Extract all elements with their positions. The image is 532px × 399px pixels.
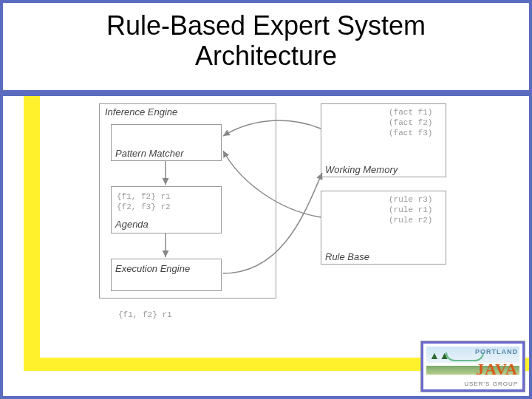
title-line-1: Rule-Based Expert System <box>106 10 426 41</box>
execution-content: {f1, f2} r1 <box>118 310 172 321</box>
title-line-2: Architecture <box>195 41 337 71</box>
agenda-label: Agenda <box>115 219 149 230</box>
title-divider <box>3 90 529 96</box>
title-bar: Rule-Based Expert System Architecture <box>3 3 529 90</box>
logo-top-text: PORTLAND <box>475 348 518 355</box>
rule-base-content: (rule r3) (rule r1) (rule r2) <box>389 195 432 225</box>
content-area: Inference Engine Pattern Matcher {f1, f2… <box>47 99 514 352</box>
pattern-matcher-label: Pattern Matcher <box>115 148 184 159</box>
execution-engine-label: Execution Engine <box>115 263 190 274</box>
working-memory-label: Working Memory <box>325 164 398 175</box>
logo-main-text: JAVA <box>476 360 518 379</box>
logo-sub-text: USER'S GROUP <box>464 381 518 387</box>
slide-title: Rule-Based Expert System Architecture <box>3 10 529 72</box>
architecture-diagram: Inference Engine Pattern Matcher {f1, f2… <box>47 99 491 365</box>
agenda-content: {f1, f2} r1 {f2, f3} r2 <box>117 192 171 213</box>
logo-badge: ▲▲ PORTLAND JAVA USER'S GROUP <box>421 341 525 392</box>
inference-engine-label: Inference Engine <box>105 106 177 117</box>
working-memory-content: (fact f1) (fact f2) (fact f3) <box>389 108 432 138</box>
slide: Rule-Based Expert System Architecture In… <box>3 3 529 396</box>
rule-base-label: Rule Base <box>325 251 369 262</box>
